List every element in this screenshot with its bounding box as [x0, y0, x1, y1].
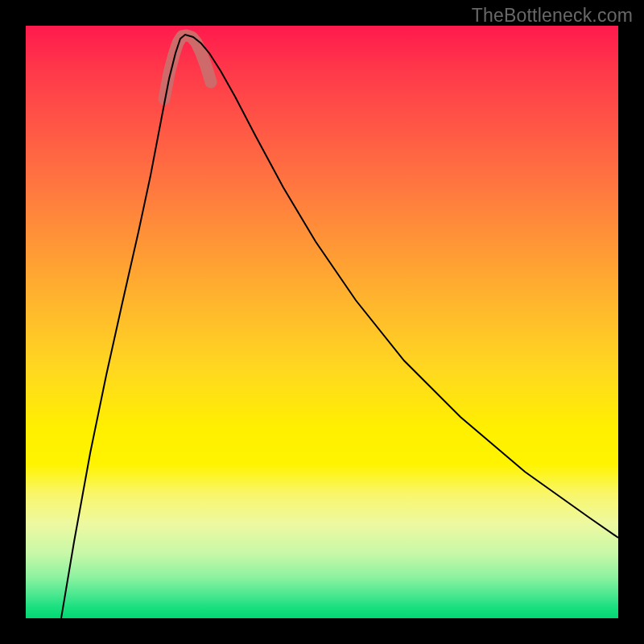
curve-svg	[26, 26, 618, 618]
plot-area	[26, 26, 618, 618]
bottleneck-curve	[61, 35, 618, 618]
chart-frame: TheBottleneck.com	[0, 0, 644, 644]
watermark-text: TheBottleneck.com	[472, 5, 633, 27]
